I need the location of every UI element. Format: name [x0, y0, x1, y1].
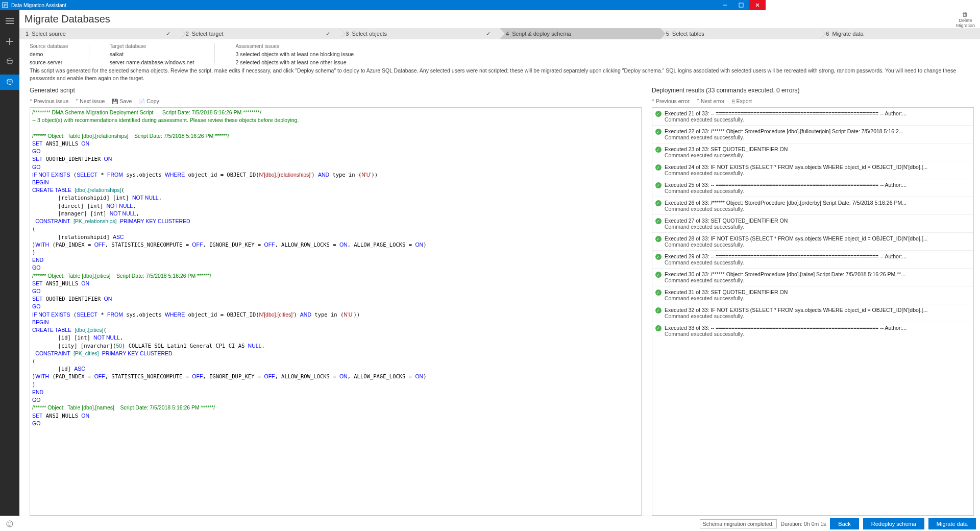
result-row[interactable]: ✓Executed 29 of 33: -- =================…: [652, 250, 766, 268]
result-command: Executed 30 of 33: /****** Object: Store…: [665, 271, 766, 277]
check-icon: ✓: [326, 31, 330, 37]
divider: [214, 43, 215, 63]
result-status: Command executed successfully.: [665, 188, 766, 194]
result-command: Executed 32 of 33: IF NOT EXISTS (SELECT…: [665, 307, 766, 313]
result-status: Command executed successfully.: [665, 242, 766, 248]
results-list[interactable]: ✓Executed 21 of 33: -- =================…: [652, 107, 766, 415]
result-command: Executed 24 of 33: IF NOT EXISTS (SELECT…: [665, 164, 766, 170]
success-icon: ✓: [655, 200, 662, 206]
result-row[interactable]: ✓Executed 32 of 33: IF NOT EXISTS (SELEC…: [652, 304, 766, 322]
svg-rect-2: [739, 3, 743, 7]
check-icon: ✓: [486, 31, 491, 37]
script-toolbar: ˄Previous issue ˅Next issue 💾Save 📄Copy: [30, 98, 642, 104]
script-editor[interactable]: /******** DMA Schema Migration Deploymen…: [30, 107, 642, 415]
step-select-objects[interactable]: 3Select objects✓: [339, 28, 500, 39]
result-row[interactable]: ✓Executed 25 of 33: -- =================…: [652, 179, 766, 197]
left-nav-rail: [0, 10, 19, 415]
app-icon: [0, 2, 10, 8]
svg-point-10: [7, 59, 12, 61]
result-status: Command executed successfully.: [665, 295, 766, 301]
next-error-button[interactable]: ˅Next error: [697, 98, 725, 104]
window-close-button[interactable]: [749, 0, 766, 10]
previous-error-button[interactable]: ˄Previous error: [652, 98, 690, 104]
result-status: Command executed successfully.: [665, 170, 766, 176]
step-select-target[interactable]: 2Select target✓: [180, 28, 340, 39]
migration-icon[interactable]: [0, 75, 19, 90]
hamburger-icon[interactable]: [0, 13, 19, 29]
result-command: Executed 31 of 33: SET QUOTED_IDENTIFIER…: [665, 289, 766, 295]
description-text: This script was generated for the select…: [30, 67, 766, 82]
result-command: Executed 27 of 33: SET QUOTED_IDENTIFIER…: [665, 218, 766, 224]
export-icon: ⎘: [732, 99, 735, 104]
result-command: Executed 25 of 33: -- ==================…: [665, 182, 766, 188]
success-icon: ✓: [655, 307, 662, 313]
result-status: Command executed successfully.: [665, 277, 766, 283]
success-icon: ✓: [655, 254, 662, 260]
target-db-label: Target database: [110, 43, 194, 49]
result-row[interactable]: ✓Executed 21 of 33: -- =================…: [652, 108, 766, 125]
page-header: Migrate Databases 🗑 DeleteMigration: [19, 10, 766, 28]
generated-script-heading: Generated script: [30, 87, 642, 94]
success-icon: ✓: [655, 111, 662, 117]
save-icon: 💾: [112, 99, 118, 104]
result-row[interactable]: ✓Executed 24 of 33: IF NOT EXISTS (SELEC…: [652, 161, 766, 179]
result-row[interactable]: ✓Executed 30 of 33: /****** Object: Stor…: [652, 268, 766, 286]
result-status: Command executed successfully.: [665, 259, 766, 266]
save-button[interactable]: 💾Save: [112, 98, 132, 104]
copy-button[interactable]: 📄Copy: [139, 98, 159, 104]
result-row[interactable]: ✓Executed 27 of 33: SET QUOTED_IDENTIFIE…: [652, 214, 766, 232]
next-issue-button[interactable]: ˅Next issue: [76, 98, 105, 104]
result-command: Executed 23 of 33: SET QUOTED_IDENTIFIER…: [665, 146, 766, 152]
result-command: Executed 28 of 33: IF NOT EXISTS (SELECT…: [665, 235, 766, 242]
step-select-source[interactable]: 1Select source✓: [19, 28, 180, 39]
chevron-down-icon: ˅: [697, 99, 699, 104]
wizard-steps: 1Select source✓ 2Select target✓ 3Select …: [19, 28, 766, 39]
success-icon: ✓: [655, 218, 662, 224]
result-row[interactable]: ✓Executed 28 of 33: IF NOT EXISTS (SELEC…: [652, 232, 766, 250]
page-title: Migrate Databases: [24, 13, 110, 25]
success-icon: ✓: [655, 272, 662, 278]
chevron-down-icon: ˅: [76, 99, 78, 104]
success-icon: ✓: [655, 236, 662, 242]
deployment-results-heading: Deployment results (33 commands executed…: [652, 87, 766, 94]
result-status: Command executed successfully.: [665, 331, 766, 337]
result-row[interactable]: ✓Executed 23 of 33: SET QUOTED_IDENTIFIE…: [652, 143, 766, 161]
result-status: Command executed successfully.: [665, 224, 766, 230]
result-row[interactable]: ✓Executed 31 of 33: SET QUOTED_IDENTIFIE…: [652, 286, 766, 304]
result-command: Executed 33 of 33: -- ==================…: [665, 325, 766, 331]
result-status: Command executed successfully.: [665, 313, 766, 319]
success-icon: ✓: [655, 182, 662, 188]
svg-point-11: [7, 79, 12, 81]
success-icon: ✓: [655, 289, 662, 296]
assessment-icon[interactable]: [0, 54, 19, 69]
copy-icon: 📄: [139, 99, 145, 104]
result-command: Executed 26 of 33: /****** Object: Store…: [665, 200, 766, 206]
previous-issue-button[interactable]: ˄Previous issue: [30, 98, 68, 104]
divider: [89, 43, 89, 63]
summary-info: Source database demo source-server Targe…: [19, 39, 766, 67]
result-command: Executed 22 of 33: /****** Object: Store…: [665, 128, 766, 134]
step-select-tables[interactable]: 5Select tables: [660, 28, 766, 39]
issues-line1: 3 selected objects with at least one blo…: [235, 51, 354, 57]
app-title: Data Migration Assistant: [10, 3, 717, 8]
window-maximize-button[interactable]: [733, 0, 749, 10]
source-server-value: source-server: [30, 59, 68, 65]
result-row[interactable]: ✓Executed 22 of 33: /****** Object: Stor…: [652, 125, 766, 143]
success-icon: ✓: [655, 147, 662, 153]
add-icon[interactable]: [0, 34, 19, 49]
chevron-up-icon: ˄: [30, 99, 32, 104]
export-button[interactable]: ⎘Export: [732, 98, 752, 104]
check-icon: ✓: [166, 31, 170, 37]
result-command: Executed 21 of 33: -- ==================…: [665, 110, 766, 116]
target-server-value: server-name.database.windows.net: [110, 59, 194, 65]
window-minimize-button[interactable]: [717, 0, 733, 10]
result-row[interactable]: ✓Executed 26 of 33: /****** Object: Stor…: [652, 197, 766, 214]
success-icon: ✓: [655, 129, 662, 135]
result-status: Command executed successfully.: [665, 134, 766, 140]
issues-label: Assessment issues: [235, 43, 354, 49]
step-script-deploy[interactable]: 4Script & deploy schema: [500, 28, 660, 39]
issues-line2: 2 selected objects with at least one oth…: [235, 59, 354, 65]
result-command: Executed 29 of 33: -- ==================…: [665, 253, 766, 259]
result-row[interactable]: ✓Executed 33 of 33: -- =================…: [652, 322, 766, 340]
results-toolbar: ˄Previous error ˅Next error ⎘Export: [652, 98, 766, 104]
